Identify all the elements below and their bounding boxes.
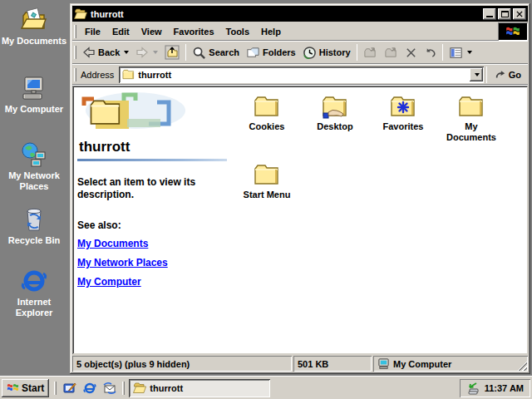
quick-launch-bar xyxy=(59,381,121,396)
start-button[interactable]: Start xyxy=(2,379,49,397)
folder-banner-icon xyxy=(77,91,230,134)
back-arrow-icon xyxy=(82,46,96,59)
views-button[interactable] xyxy=(446,44,475,62)
show-desktop-button[interactable] xyxy=(62,381,77,396)
open-folder-icon xyxy=(133,382,146,395)
menu-edit[interactable]: Edit xyxy=(106,24,135,39)
windows-flag-icon xyxy=(7,382,19,394)
system-tray: 11:37 AM xyxy=(460,379,530,397)
move-to-button[interactable] xyxy=(360,44,381,62)
delete-button[interactable] xyxy=(401,45,421,61)
minimize-icon xyxy=(486,16,493,17)
toolbar-separator xyxy=(185,44,186,61)
folder-icon xyxy=(122,68,135,81)
go-arrow-icon xyxy=(495,69,506,81)
file-label: Desktop xyxy=(303,121,367,132)
my-documents-icon xyxy=(21,7,47,33)
file-my-documents[interactable]: My Documents xyxy=(440,93,503,143)
forward-arrow-icon xyxy=(135,46,149,59)
windows-flag-icon xyxy=(505,24,520,39)
address-value: thurrott xyxy=(138,70,469,80)
menu-favorites[interactable]: Favorites xyxy=(168,24,220,39)
taskbar-clock[interactable]: 11:37 AM xyxy=(485,383,524,393)
search-button[interactable]: Search xyxy=(189,44,243,62)
history-icon xyxy=(303,46,317,60)
file-favorites[interactable]: Favorites xyxy=(372,93,435,132)
desktop-icon-label: My Documents xyxy=(1,36,67,47)
address-bar: Address thurrott Go xyxy=(72,65,528,85)
chevron-down-icon xyxy=(475,73,480,76)
titlebar[interactable]: thurrott xyxy=(72,6,528,22)
folders-label: Folders xyxy=(263,47,296,57)
file-label: Favorites xyxy=(372,121,435,132)
taskbar-grip[interactable] xyxy=(54,382,57,395)
launch-internet-explorer-button[interactable] xyxy=(82,381,97,396)
go-button[interactable]: Go xyxy=(490,67,526,82)
address-dropdown-button[interactable] xyxy=(470,68,483,81)
toolbar-separator xyxy=(442,44,443,61)
search-icon xyxy=(192,46,206,60)
folders-icon xyxy=(246,46,260,60)
folder-icon xyxy=(254,93,280,120)
forward-button[interactable] xyxy=(132,44,161,61)
link-my-documents[interactable]: My Documents xyxy=(77,238,230,250)
close-button[interactable] xyxy=(513,8,526,20)
folder-shared-icon xyxy=(322,93,348,120)
address-label: Address xyxy=(81,70,114,80)
history-label: History xyxy=(319,47,351,57)
desktop-icon-my-computer[interactable]: My Computer xyxy=(1,75,67,115)
see-also-label: See also: xyxy=(77,219,230,231)
views-dropdown-icon xyxy=(467,51,472,54)
desktop-icon-label: Recycle Bin xyxy=(1,235,67,246)
back-button[interactable]: Back xyxy=(79,44,132,61)
explorer-window: thurrott File Edit View Favorites Tools … xyxy=(70,3,530,374)
status-zone-text: My Computer xyxy=(393,359,451,369)
file-start-menu[interactable]: Start Menu xyxy=(235,161,298,200)
menubar-grip[interactable] xyxy=(74,25,76,38)
minimize-button[interactable] xyxy=(483,8,496,20)
addressbar-grip[interactable] xyxy=(74,68,76,81)
file-label: Cookies xyxy=(235,121,298,132)
status-size-text: 501 KB xyxy=(298,359,328,369)
menu-view[interactable]: View xyxy=(135,24,168,39)
up-folder-icon xyxy=(165,45,180,60)
task-button-thurrott[interactable]: thurrott xyxy=(129,379,270,397)
link-my-computer[interactable]: My Computer xyxy=(77,276,230,288)
toolbar-grip[interactable] xyxy=(74,46,76,59)
show-desktop-icon xyxy=(63,382,76,395)
desktop-icon-my-network-places[interactable]: My Network Places xyxy=(1,141,67,192)
link-my-network-places[interactable]: My Network Places xyxy=(77,257,230,269)
status-object-count: 5 object(s) (plus 9 hidden) xyxy=(72,356,292,372)
launch-outlook-express-button[interactable] xyxy=(102,381,117,396)
folders-button[interactable]: Folders xyxy=(243,44,299,62)
menu-tools[interactable]: Tools xyxy=(220,24,256,39)
network-connection-tray-icon[interactable] xyxy=(466,382,480,395)
webview-info-pane: thurrott Select an item to view its desc… xyxy=(77,91,230,288)
menu-help[interactable]: Help xyxy=(255,24,287,39)
banner-underline xyxy=(77,159,227,161)
file-desktop[interactable]: Desktop xyxy=(303,93,367,132)
maximize-icon xyxy=(501,11,509,17)
desktop-icon-my-documents[interactable]: My Documents xyxy=(1,7,67,47)
maximize-button[interactable] xyxy=(498,8,511,20)
folder-icon xyxy=(254,161,280,188)
resize-grip[interactable] xyxy=(517,361,527,371)
copy-to-button[interactable] xyxy=(381,44,401,62)
delete-icon xyxy=(405,47,417,59)
menu-file[interactable]: File xyxy=(79,24,106,39)
undo-button[interactable] xyxy=(421,45,440,61)
taskbar-grip[interactable] xyxy=(122,382,125,395)
desktop-icon-internet-explorer[interactable]: Internet Explorer xyxy=(1,268,67,318)
folder-icon xyxy=(458,93,485,120)
folder-content-view: thurrott Select an item to view its desc… xyxy=(72,86,528,354)
views-icon xyxy=(449,46,463,60)
history-button[interactable]: History xyxy=(299,44,354,62)
desktop-icon-recycle-bin[interactable]: Recycle Bin xyxy=(1,206,67,246)
file-cookies[interactable]: Cookies xyxy=(235,93,298,132)
up-button[interactable] xyxy=(161,43,183,62)
address-input[interactable]: thurrott xyxy=(119,66,483,83)
back-dropdown-icon xyxy=(124,51,129,54)
start-label: Start xyxy=(22,382,44,394)
folder-favorites-icon xyxy=(390,93,416,120)
forward-dropdown-icon xyxy=(153,51,158,54)
